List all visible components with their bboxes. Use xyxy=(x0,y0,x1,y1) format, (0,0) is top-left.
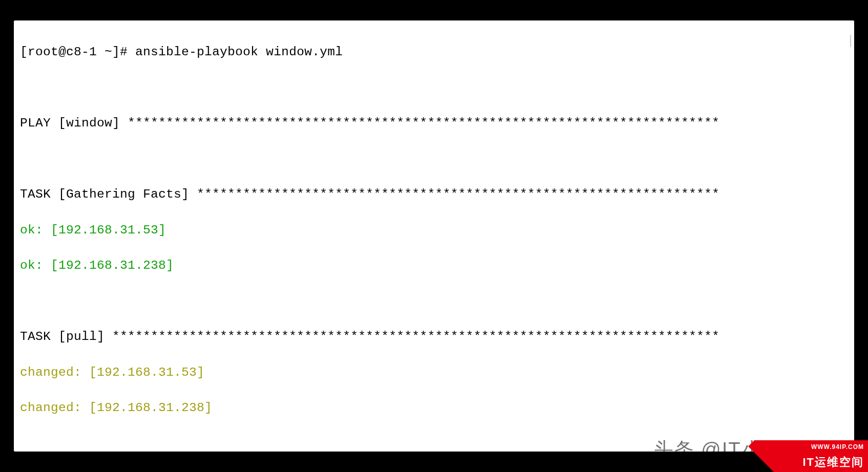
ok-host-2: ok: [192.168.31.238] xyxy=(20,257,848,275)
terminal-window[interactable]: [root@c8-1 ~]# ansible-playbook window.y… xyxy=(14,20,854,452)
corner-banner: WWW.94IP.COM IT运维空间 xyxy=(735,440,868,472)
task-pull-header: TASK [pull] ****************************… xyxy=(20,328,848,346)
task-gathering-header: TASK [Gathering Facts] *****************… xyxy=(20,186,848,204)
banner-label: IT运维空间 xyxy=(802,455,864,470)
changed-host-2: changed: [192.168.31.238] xyxy=(20,399,848,417)
terminal-output: [root@c8-1 ~]# ansible-playbook window.y… xyxy=(20,26,848,452)
ok-host-1: ok: [192.168.31.53] xyxy=(20,222,848,240)
banner-url: WWW.94IP.COM xyxy=(811,443,864,450)
scrollbar-indicator[interactable] xyxy=(850,35,851,47)
command-text: ansible-playbook window.yml xyxy=(135,45,343,59)
changed-host-1: changed: [192.168.31.53] xyxy=(20,364,848,382)
play-header: PLAY [window] **************************… xyxy=(20,115,848,133)
shell-prompt: [root@c8-1 ~]# xyxy=(20,45,135,59)
